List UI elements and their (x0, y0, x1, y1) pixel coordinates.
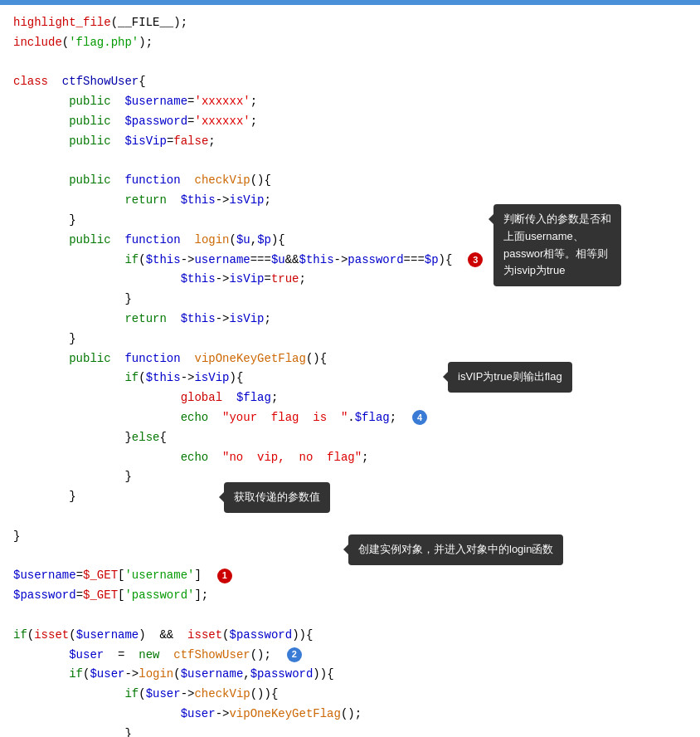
code-line: echo "no vip, no flag"; (13, 448, 687, 468)
code-line: public function checkVip(){ (13, 171, 687, 191)
code-line: if(isset($username) && isset($password))… (13, 626, 687, 646)
code-line: } (13, 329, 687, 349)
code-line (13, 53, 687, 73)
code-line: } (13, 467, 687, 487)
code-line: } (13, 290, 687, 310)
code-line: } (13, 487, 687, 507)
code-line: }else{ (13, 428, 687, 448)
code-line: } (13, 725, 687, 737)
code-container: highlight_file(__FILE__); include('flag.… (0, 5, 700, 737)
code-line: if($user->checkVip()){ (13, 685, 687, 705)
code-line (13, 152, 687, 172)
code-line: echo "your flag is ".$flag; 4 (13, 408, 687, 428)
code-line: $username=$_GET['username'] 1 (13, 566, 687, 586)
annotation-4: isVIP为true则输出flag (448, 362, 572, 393)
code-line (13, 606, 687, 626)
code-line: $user = new ctfShowUser(); 2 (13, 646, 687, 666)
annotation-3: 判断传入的参数是否和上面username、passwor相等。相等则为isvip… (493, 204, 621, 286)
code-line: if($user->login($username,$password)){ (13, 665, 687, 685)
code-line: public $username='xxxxxx'; (13, 92, 687, 112)
code-line: highlight_file(__FILE__); (13, 13, 687, 33)
code-line: public function vipOneKeyGetFlag(){ (13, 349, 687, 369)
annotation-1: 获取传递的参数值 (224, 482, 330, 513)
annotation-2: 创建实例对象，并进入对象中的login函数 (348, 534, 563, 565)
code-line: if($this->isVip){ (13, 368, 687, 388)
code-line: public $password='xxxxxx'; (13, 112, 687, 132)
code-line: $password=$_GET['password']; (13, 586, 687, 606)
code-line (13, 507, 687, 527)
code-line: class ctfShowUser{ (13, 72, 687, 92)
code-line: return $this->isVip; (13, 310, 687, 329)
code-line: $user->vipOneKeyGetFlag(); (13, 705, 687, 725)
code-line: include('flag.php'); (13, 33, 687, 53)
code-line: public $isVip=false; (13, 132, 687, 152)
code-line: global $flag; (13, 388, 687, 408)
